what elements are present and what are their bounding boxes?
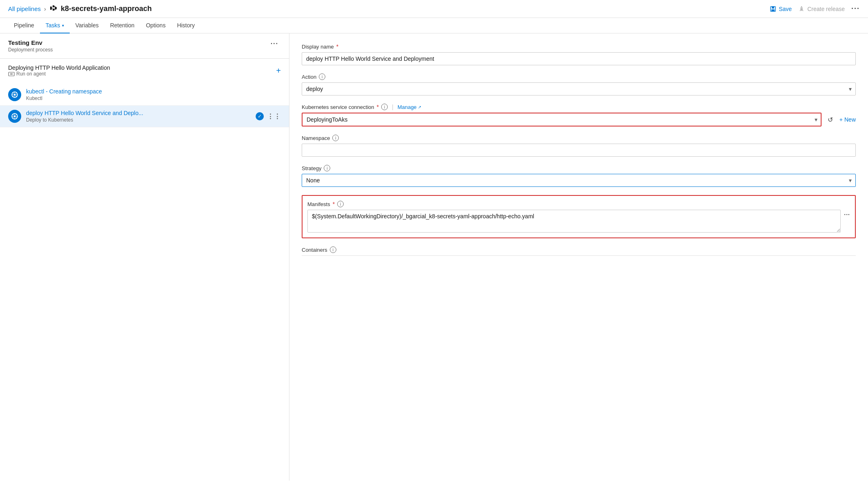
manifests-more-button[interactable]: ···: [844, 211, 850, 218]
manifests-inner: ···: [307, 210, 850, 233]
action-field: Action i deploy promote reject ▾: [302, 73, 856, 95]
kubectl-icon: [8, 88, 21, 101]
k8s-required-marker: *: [377, 104, 379, 110]
header-more-button[interactable]: ···: [851, 4, 860, 13]
right-panel: Display name * Action i deploy promote r…: [289, 33, 868, 481]
plus-icon: +: [839, 116, 843, 123]
agent-icon: [8, 71, 15, 76]
task-kubectl-info: kubectl - Creating namespace Kubectl: [26, 88, 281, 101]
task-item-deploy[interactable]: deploy HTTP Hello World Service and Depl…: [0, 106, 289, 127]
refresh-icon: ↺: [828, 116, 833, 124]
tab-retention[interactable]: Retention: [104, 18, 140, 33]
save-label: Save: [779, 6, 792, 12]
svg-line-34: [16, 114, 17, 115]
namespace-field: Namespace i: [302, 135, 856, 157]
left-panel: Testing Env Deployment process ··· Deplo…: [0, 33, 289, 481]
strategy-label: Strategy i: [302, 165, 856, 171]
manifests-field: Manifests * i ···: [302, 195, 856, 238]
action-select-wrapper: deploy promote reject ▾: [302, 82, 856, 95]
containers-label: Containers i: [302, 246, 856, 253]
action-select[interactable]: deploy promote reject: [302, 82, 856, 95]
stage-header: Deploying HTTP Hello World Application R…: [8, 64, 281, 77]
breadcrumb-link[interactable]: All pipelines: [8, 5, 41, 12]
nav-tabs: Pipeline Tasks ▾ Variables Retention Opt…: [0, 18, 868, 33]
svg-line-22: [13, 93, 13, 93]
containers-info-icon[interactable]: i: [330, 246, 336, 253]
display-name-field: Display name *: [302, 43, 856, 65]
rocket-icon: [798, 6, 805, 12]
tab-tasks[interactable]: Tasks ▾: [40, 18, 70, 33]
strategy-select-wrapper: None Canary Rolling ▾: [302, 174, 856, 187]
deploy-icon: [8, 110, 21, 123]
save-button[interactable]: Save: [770, 6, 792, 12]
chevron-down-icon: ▾: [62, 23, 64, 28]
svg-line-35: [13, 118, 13, 118]
pipeline-icon: [49, 4, 57, 13]
k8s-select-wrapper: DeployingToAks ▾: [302, 113, 822, 126]
task-deploy-actions: ✓ ⋮⋮: [256, 112, 281, 120]
external-link-icon: ↗: [418, 105, 421, 109]
manifests-textarea[interactable]: [307, 210, 841, 233]
strategy-select[interactable]: None Canary Rolling: [302, 174, 856, 187]
display-name-label: Display name *: [302, 43, 856, 50]
tab-options-label: Options: [146, 22, 166, 29]
environment-info: Testing Env Deployment process: [8, 39, 53, 53]
tab-tasks-label: Tasks: [46, 22, 60, 29]
svg-rect-1: [53, 5, 54, 7]
tab-options[interactable]: Options: [140, 18, 171, 33]
new-label: New: [844, 116, 856, 123]
task-deploy-name: deploy HTTP Hello World Service and Depl…: [26, 110, 256, 116]
svg-line-33: [16, 118, 17, 118]
task-kubectl-sub: Kubectl: [26, 95, 281, 101]
required-marker: *: [336, 43, 338, 50]
svg-line-32: [13, 114, 13, 115]
manifests-info-icon[interactable]: i: [337, 201, 344, 207]
namespace-label: Namespace i: [302, 135, 856, 141]
task-kubectl-name: kubectl - Creating namespace: [26, 88, 281, 95]
stage-section: Deploying HTTP Hello World Application R…: [0, 59, 289, 84]
stage-info: Deploying HTTP Hello World Application R…: [8, 64, 110, 77]
action-label: Action i: [302, 73, 856, 80]
helm-wheel-icon-2: [11, 113, 18, 120]
tab-variables[interactable]: Variables: [70, 18, 104, 33]
svg-line-25: [13, 96, 13, 97]
task-drag-handle[interactable]: ⋮⋮: [267, 113, 281, 120]
svg-line-23: [16, 96, 17, 97]
environment-sub: Deployment process: [8, 47, 53, 53]
tab-history[interactable]: History: [171, 18, 201, 33]
k8s-connection-select[interactable]: DeployingToAks: [302, 113, 822, 126]
create-release-button[interactable]: Create release: [798, 6, 845, 12]
create-release-label: Create release: [807, 6, 845, 12]
display-name-input[interactable]: [302, 52, 856, 65]
svg-rect-11: [771, 9, 775, 11]
breadcrumb-separator: ›: [44, 5, 46, 12]
helm-wheel-icon: [11, 91, 18, 98]
k8s-connection-label: Kubernetes service connection * i: [302, 104, 388, 110]
svg-rect-13: [9, 72, 14, 76]
pipeline-title: k8-secrets-yaml-approach: [61, 4, 152, 13]
environment-name: Testing Env: [8, 39, 53, 46]
action-info-icon[interactable]: i: [319, 73, 325, 80]
tab-pipeline[interactable]: Pipeline: [8, 18, 40, 33]
environment-more-button[interactable]: ···: [268, 39, 281, 48]
main-content: Testing Env Deployment process ··· Deplo…: [0, 33, 868, 481]
refresh-button[interactable]: ↺: [825, 114, 836, 125]
manifests-required-marker: *: [333, 201, 335, 207]
manage-link[interactable]: Manage ↗: [398, 104, 421, 110]
manifests-box: Manifests * i ···: [302, 195, 856, 238]
header: All pipelines › k8-secrets-yaml-approach: [0, 0, 868, 18]
tab-retention-label: Retention: [110, 22, 135, 29]
task-deploy-sub: Deploy to Kubernetes: [26, 117, 256, 123]
svg-rect-0: [50, 7, 52, 10]
svg-point-12: [801, 8, 802, 9]
k8s-info-icon[interactable]: i: [381, 104, 388, 110]
namespace-info-icon[interactable]: i: [332, 135, 339, 141]
k8s-connection-field: Kubernetes service connection * i | Mana…: [302, 104, 856, 126]
save-icon: [770, 6, 776, 12]
svg-line-24: [16, 93, 17, 93]
new-connection-button[interactable]: + New: [839, 116, 856, 123]
add-task-button[interactable]: +: [276, 66, 281, 75]
namespace-input[interactable]: [302, 144, 856, 157]
strategy-info-icon[interactable]: i: [324, 165, 330, 171]
task-item-kubectl[interactable]: kubectl - Creating namespace Kubectl: [0, 84, 289, 106]
